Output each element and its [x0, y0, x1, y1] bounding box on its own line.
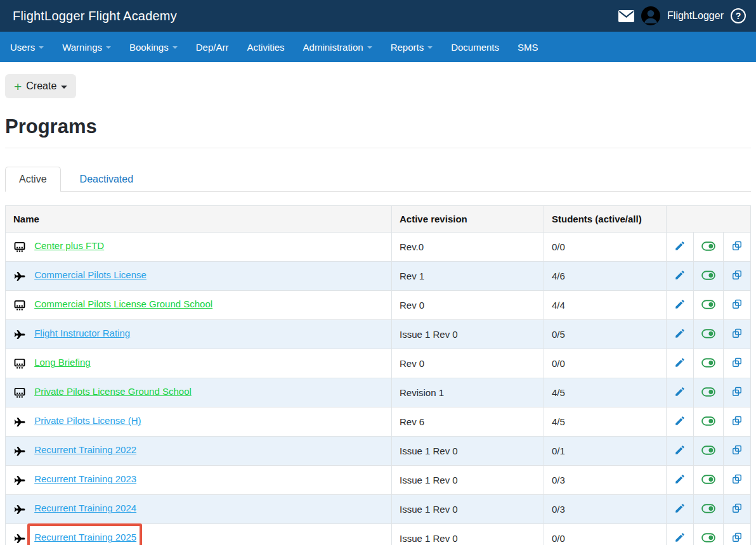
toggle-active-icon[interactable]	[701, 533, 715, 542]
active-revision-value: Rev 0	[392, 349, 544, 378]
nav-item[interactable]: Users	[10, 42, 44, 53]
program-name-cell: Long Briefing	[6, 349, 392, 378]
edit-pencil-icon[interactable]	[674, 269, 686, 281]
question-circle-icon[interactable]: ?	[731, 8, 746, 23]
tab-deactivated[interactable]: Deactivated	[66, 167, 148, 192]
duplicate-icon[interactable]	[731, 473, 743, 485]
table-row: Private Pilots License (H) Rev 6 4/5	[6, 407, 751, 437]
duplicate-icon[interactable]	[731, 444, 743, 456]
toggle-active-icon[interactable]	[701, 446, 715, 455]
header-actions	[667, 206, 751, 233]
program-link[interactable]: Private Pilots License (H)	[34, 415, 141, 426]
table-row: Flight Instructor Rating Issue 1 Rev 0 0…	[6, 320, 751, 349]
nav-item[interactable]: Reports	[391, 42, 433, 53]
program-name-cell: Recurrent Training 2024	[6, 495, 392, 524]
nav-item[interactable]: Administration	[303, 42, 372, 53]
program-link[interactable]: Commercial Pilots License Ground School	[34, 298, 212, 309]
table-row: Recurrent Training 2022 Issue 1 Rev 0 0/…	[6, 437, 751, 466]
nav-item-label: Bookings	[129, 42, 169, 53]
airplane-icon	[13, 416, 26, 428]
duplicate-icon[interactable]	[731, 386, 743, 397]
toggle-active-icon[interactable]	[701, 358, 715, 368]
nav-item[interactable]: Warnings	[62, 42, 111, 53]
tab-active[interactable]: Active	[5, 167, 61, 192]
students-value: 0/3	[544, 495, 667, 524]
duplicate-icon[interactable]	[731, 328, 743, 339]
edit-pencil-icon[interactable]	[674, 298, 686, 310]
program-link[interactable]: Recurrent Training 2023	[34, 473, 136, 484]
nav-item[interactable]: Activities	[247, 42, 284, 53]
edit-pencil-icon[interactable]	[674, 473, 686, 485]
header-students: Students (active/all)	[544, 206, 667, 233]
program-link[interactable]: Center plus FTD	[34, 240, 104, 251]
toggle-active-icon[interactable]	[701, 387, 715, 397]
main-nav: Users Warnings Bookings Dep/Arr Activiti…	[0, 32, 756, 62]
main-content: + Create Programs ActiveDeactivated Name…	[0, 62, 756, 545]
caret-down-icon	[61, 86, 67, 89]
nav-item[interactable]: Documents	[451, 42, 499, 53]
table-row: Commercial Pilots License Rev 1 4/6	[6, 262, 751, 291]
nav-item-label: Warnings	[62, 42, 102, 53]
toggle-active-icon[interactable]	[701, 300, 715, 309]
program-name-cell: Recurrent Training 2023	[6, 466, 392, 495]
caret-down-icon	[39, 46, 44, 49]
duplicate-icon[interactable]	[731, 240, 743, 252]
airplane-icon	[13, 503, 26, 516]
program-link[interactable]: Recurrent Training 2025	[34, 532, 136, 542]
create-button[interactable]: + Create	[5, 74, 76, 98]
app-title: FlightLogger Flight Academy	[13, 9, 177, 23]
programs-table-body: Center plus FTD Rev.0 0/0	[6, 233, 751, 545]
edit-pencil-icon[interactable]	[674, 503, 686, 514]
topbar: FlightLogger Flight Academy FlightLogger…	[0, 0, 756, 32]
program-name-cell: Flight Instructor Rating	[6, 320, 392, 349]
create-button-label: Create	[26, 80, 56, 92]
avatar-icon[interactable]	[641, 6, 660, 25]
edit-pencil-icon[interactable]	[674, 357, 686, 368]
program-link[interactable]: Private Pilots License Ground School	[34, 386, 192, 397]
envelope-icon[interactable]	[618, 10, 634, 22]
header-active-revision: Active revision	[392, 206, 544, 233]
duplicate-icon[interactable]	[731, 532, 743, 543]
classroom-screen-icon	[13, 241, 26, 253]
toggle-active-icon[interactable]	[701, 504, 715, 513]
active-revision-value: Issue 1 Rev 0	[392, 495, 544, 524]
table-row: Commercial Pilots License Ground School …	[6, 291, 751, 320]
duplicate-icon[interactable]	[731, 415, 743, 426]
active-revision-value: Issue 1 Rev 0	[392, 524, 544, 545]
students-value: 0/5	[544, 320, 667, 349]
program-name-cell: Recurrent Training 2022	[6, 437, 392, 466]
edit-pencil-icon[interactable]	[674, 444, 686, 456]
program-link[interactable]: Flight Instructor Rating	[34, 328, 130, 338]
program-link[interactable]: Recurrent Training 2024	[34, 503, 136, 513]
edit-pencil-icon[interactable]	[674, 415, 686, 426]
edit-pencil-icon[interactable]	[674, 386, 686, 397]
students-value: 4/5	[544, 407, 667, 437]
caret-down-icon	[427, 46, 433, 49]
heading-divider	[5, 148, 751, 148]
nav-item[interactable]: SMS	[518, 42, 538, 53]
toggle-active-icon[interactable]	[701, 416, 715, 426]
students-value: 4/4	[544, 291, 667, 320]
nav-item[interactable]: Bookings	[129, 42, 178, 53]
students-value: 0/1	[544, 437, 667, 466]
duplicate-icon[interactable]	[731, 357, 743, 368]
nav-item[interactable]: Dep/Arr	[196, 42, 229, 53]
duplicate-icon[interactable]	[731, 269, 743, 281]
duplicate-icon[interactable]	[731, 503, 743, 514]
toggle-active-icon[interactable]	[701, 475, 715, 484]
program-link[interactable]: Recurrent Training 2022	[34, 444, 136, 455]
edit-pencil-icon[interactable]	[674, 328, 686, 339]
airplane-icon	[13, 532, 26, 545]
duplicate-icon[interactable]	[731, 298, 743, 310]
students-value: 4/6	[544, 262, 667, 291]
user-menu[interactable]: FlightLogger	[667, 10, 724, 22]
toggle-active-icon[interactable]	[701, 241, 715, 251]
edit-pencil-icon[interactable]	[674, 532, 686, 543]
program-link[interactable]: Commercial Pilots License	[34, 269, 147, 280]
toggle-active-icon[interactable]	[701, 271, 715, 280]
table-row: Recurrent Training 2023 Issue 1 Rev 0 0/…	[6, 466, 751, 495]
toggle-active-icon[interactable]	[701, 329, 715, 338]
program-link[interactable]: Long Briefing	[34, 357, 90, 368]
nav-item-label: Documents	[451, 42, 499, 53]
edit-pencil-icon[interactable]	[674, 240, 686, 252]
